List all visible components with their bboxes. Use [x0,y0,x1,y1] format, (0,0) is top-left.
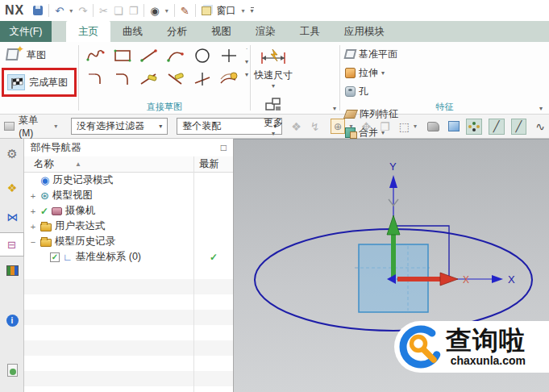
undo-icon[interactable]: ↶ [55,5,64,17]
customize-quick-access-icon[interactable]: ▾ [251,7,254,14]
watermark: 查询啦 chaxunla.com [394,321,549,373]
brush-icon[interactable]: ✎ [181,5,189,17]
more-icon [263,95,284,115]
web-browser-button[interactable]: i [0,308,24,332]
tab-tools[interactable]: 工具 [288,21,332,42]
move-component-icon[interactable]: ↯ [310,120,320,133]
gallery-up-icon[interactable]: · [246,45,248,52]
line-icon [139,48,160,64]
redo-icon[interactable]: ↷ [78,5,87,17]
expand-icon[interactable]: + [29,191,37,201]
column-separator[interactable] [193,156,194,392]
selection-filter-dropdown[interactable]: 没有选择过滤器 ▾ [71,118,168,135]
ribbon: ✦ 草图 完成草图 [0,42,549,115]
expand-icon[interactable]: + [29,206,37,216]
menu-button[interactable]: 菜单(M) [19,114,50,139]
menu-dropdown-icon[interactable]: ▾ [54,123,57,130]
sort-ascending-icon[interactable]: ▲ [75,161,194,168]
assembly-navigator-button[interactable]: ❖ [0,176,24,200]
latest-check-icon: ✓ [194,252,233,263]
quick-trim-tool-button[interactable] [135,67,162,90]
window-dropdown-icon[interactable]: ▾ [242,7,245,15]
reuse-library-button[interactable] [0,258,24,282]
finish-sketch-button[interactable]: 完成草图 [4,72,74,93]
checkbox-checked[interactable]: ✓ [50,252,60,262]
column-name[interactable]: 名称 [24,157,54,171]
separator [195,4,196,17]
window-icon[interactable] [202,6,211,15]
sketch-group: ✦ 草图 完成草图 [0,42,78,114]
window-menu-label[interactable]: 窗口 [217,4,236,18]
dialog-launcher-icon[interactable]: ▾ [333,105,336,112]
more-sketch-button[interactable]: 更多 ▾ [252,92,294,136]
column-latest[interactable]: 最新 [194,157,233,171]
file-globe-icon [7,364,18,377]
folder-open-icon [40,239,52,247]
tree-row-cameras[interactable]: +✓摄像机 [24,203,233,219]
separator [48,4,49,17]
sketch-icon: ✦ [5,47,23,63]
cut-icon[interactable]: ✂ [99,5,108,17]
tree-row-history-mode[interactable]: ◉历史记录模式 [24,173,233,188]
tree-row-model-views[interactable]: +⊛模型视图 [24,188,233,203]
chamfer-tool-button[interactable] [109,67,135,90]
make-corner-tool-button[interactable] [189,67,215,90]
expand-icon[interactable]: + [29,222,37,231]
nx-application-window: NX ↶ ▾ ↷ ✂ ❏ ❐ ◉ ▾ ✎ 窗口 ▾ ▾ 文件(F) 主页 曲线 … [0,0,549,392]
constraint-navigator-button[interactable]: ⋈ [0,205,24,229]
gallery-down-icon[interactable]: ▾ [245,58,248,65]
tab-file[interactable]: 文件(F) [0,21,52,42]
tab-view[interactable]: 视图 [199,21,243,42]
point-tool-button[interactable] [215,44,242,67]
graphics-viewport[interactable]: Y X X [234,139,549,392]
history-palette-button[interactable] [0,358,24,382]
datum-plane-button[interactable]: 基准平面 [345,46,549,62]
tree-row-model-history[interactable]: −模型历史记录 [24,234,233,249]
collapse-icon[interactable]: − [29,237,37,247]
undo-dropdown-icon[interactable]: ▾ [69,7,73,15]
profile-tool-button[interactable] [82,44,109,67]
gallery-expand-icon[interactable]: ▾ [245,71,248,78]
rapid-dimension-button[interactable]: 快速尺寸 ▾ [252,44,294,89]
arc-tool-button[interactable] [162,44,189,67]
quick-extend-tool-button[interactable] [162,67,189,90]
tree-row-user-expressions[interactable]: +用户表达式 [24,219,233,234]
highlighted-selection-icon[interactable]: ⊕ [331,119,346,134]
tree-row-datum-csys[interactable]: ✓∟基准坐标系 (0) ✓ [24,249,233,265]
sketch-button[interactable]: ✦ 草图 [2,44,77,65]
dropdown-icon: ▾ [272,131,275,136]
navigator-column-header[interactable]: 名称 ▲ 最新 [24,156,233,173]
display-dropdown-icon[interactable]: ▾ [165,7,168,15]
paste-icon[interactable]: ❐ [129,5,139,17]
popout-icon[interactable]: □ [221,142,227,153]
tab-curve[interactable]: 曲线 [110,21,155,42]
copy-icon[interactable]: ❏ [114,5,123,17]
finish-sketch-highlight-box: 完成草图 [2,68,77,97]
resource-bar-options-button[interactable]: ⚙ [0,142,24,166]
fillet-tool-button[interactable] [82,67,109,90]
rectangle-tool-button[interactable] [109,44,135,67]
constraint-navigator-icon: ⋈ [6,211,18,223]
part-navigator-panel: 部件导航器 □ 名称 ▲ 最新 ◉历史记录模式 +⊛模型视图 +✓摄像机 + [24,139,234,392]
tab-application[interactable]: 应用模块 [332,21,397,42]
unite-icon [345,127,356,138]
dropdown-icon: ▾ [272,84,275,89]
save-icon[interactable] [33,6,43,15]
offset-curve-tool-button[interactable] [215,67,242,90]
hole-button[interactable]: 孔 [345,83,549,99]
part-navigator-button[interactable]: ⊟ [0,232,24,256]
resource-bar: ⚙ ❖ ⋈ ⊟ i [0,139,24,392]
extrude-button[interactable]: 拉伸▾ [345,65,549,81]
gallery-scroll-controls[interactable]: · ▾ ▾ [245,45,248,78]
tab-render[interactable]: 渲染 [243,21,288,42]
title-bar: NX ↶ ▾ ↷ ✂ ❏ ❐ ◉ ▾ ✎ 窗口 ▾ ▾ [0,0,549,21]
tab-analysis[interactable]: 分析 [155,21,199,42]
display-mode-icon[interactable]: ◉ [150,5,159,17]
tab-home[interactable]: 主页 [66,21,110,42]
unite-button[interactable]: 合并▾ [345,124,549,140]
chaxunla-logo-icon [399,325,443,369]
checkered-flag-icon [7,74,25,90]
line-tool-button[interactable] [135,44,162,67]
circle-tool-button[interactable] [189,44,215,67]
dialog-launcher-icon[interactable]: ▾ [539,105,543,112]
